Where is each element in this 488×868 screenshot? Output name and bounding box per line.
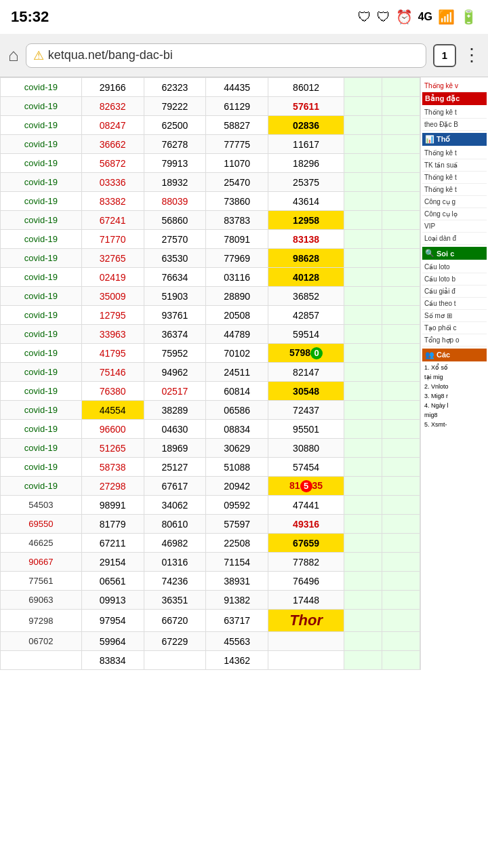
more-icon[interactable]: ⋮ (463, 45, 480, 66)
sidebar-vip[interactable]: VIP (422, 220, 487, 233)
sidebar-cong-cu-lo[interactable]: Công cụ lọ (422, 208, 487, 220)
sidebar-thong-ke-3[interactable]: Thống kê t (422, 172, 487, 184)
cell-c4: 98628 (268, 249, 344, 268)
cell-extra1 (344, 553, 382, 572)
cell-extra2 (382, 192, 420, 211)
cell-label: covid-19 (1, 458, 82, 477)
table-row: 6955081779806105759749316 (1, 515, 420, 534)
cell-c3: 45563 (206, 632, 268, 651)
table-row: 9066729154013167115477882 (1, 553, 420, 572)
sidebar-thong-ke-2[interactable]: Thống kê t (422, 147, 487, 159)
table-area: covid-1929166623234443586012covid-198263… (0, 77, 420, 670)
cell-c2: 62323 (144, 78, 206, 97)
cell-c4: 82147 (268, 363, 344, 382)
cell-c1: 33963 (81, 325, 144, 344)
cell-extra2 (382, 572, 420, 591)
sidebar-thong-ke-4[interactable]: Thống kê t (422, 184, 487, 196)
sidebar-theo-dac-b[interactable]: theo Đặc B (422, 119, 487, 131)
cell-extra2 (382, 230, 420, 249)
cell-c4: 57454 (268, 458, 344, 477)
cell-extra1 (344, 496, 382, 515)
cell-extra1 (344, 515, 382, 534)
cell-extra1 (344, 116, 382, 135)
table-row: covid-1996600046300883495501 (1, 420, 420, 439)
table-row: 97298979546672063717Thor (1, 610, 420, 632)
sidebar-bang-dac[interactable]: Bảng đặc (422, 92, 487, 105)
cell-c2: 94962 (144, 363, 206, 382)
cell-extra2 (382, 344, 420, 363)
cell-extra1 (344, 572, 382, 591)
cell-c3: 70102 (206, 344, 268, 363)
sidebar-cau-theo-t[interactable]: Cầu theo t (422, 298, 487, 310)
sidebar-tai-mig[interactable]: tại mig (422, 372, 487, 382)
cell-c1: 29154 (81, 553, 144, 572)
cell-c3: 30629 (206, 439, 268, 458)
table-row: covid-1908247625005882702836 (1, 116, 420, 135)
cell-c2: 56860 (144, 211, 206, 230)
cell-extra1 (344, 382, 382, 401)
cell-extra2 (382, 249, 420, 268)
cell-extra2 (382, 78, 420, 97)
sidebar-tao-phoi-c[interactable]: Tạo phối c (422, 322, 487, 334)
cell-c3: 09592 (206, 496, 268, 515)
table-row: covid-1936662762787777511617 (1, 135, 420, 154)
cell-c1: 67241 (81, 211, 144, 230)
table-row: covid-1951265189693062930880 (1, 439, 420, 458)
cell-label: covid-19 (1, 287, 82, 306)
sidebar-mig8-r[interactable]: 3. Mig8 r (422, 391, 487, 401)
sidebar-tong-hop-o[interactable]: Tổng hợp o (422, 334, 487, 347)
cell-c3: 11070 (206, 154, 268, 173)
url-bar[interactable]: ⚠ ketqua.net/bang-dac-bi (26, 43, 426, 68)
sidebar-tk-tan-sua[interactable]: TK tần suấ (422, 159, 487, 172)
shield2-icon: 🛡 (377, 9, 390, 25)
cell-c2: 66720 (144, 610, 206, 632)
cell-c1: 36662 (81, 135, 144, 154)
sidebar-cau-loto[interactable]: Cầu loto (422, 261, 487, 273)
sidebar-xo-so-1[interactable]: 1. Xổ số (422, 363, 487, 372)
cell-c2: 76278 (144, 135, 206, 154)
cell-c4: 17448 (268, 591, 344, 610)
battery-icon: 🔋 (460, 9, 477, 25)
sidebar-so-mo[interactable]: Số mơ ⊞ (422, 310, 487, 322)
cell-extra1 (344, 173, 382, 192)
cell-c2: 79913 (144, 154, 206, 173)
cell-extra1 (344, 78, 382, 97)
cell-c4: 83138 (268, 230, 344, 249)
sidebar-thong-ke-t[interactable]: Thống kê t (422, 106, 487, 119)
cell-c3: 51088 (206, 458, 268, 477)
tab-count[interactable]: 1 (433, 44, 456, 67)
cell-extra2 (382, 135, 420, 154)
table-row: covid-1941795759527010257980 (1, 344, 420, 363)
cell-label: covid-19 (1, 306, 82, 325)
table-row: covid-1933963363744478959514 (1, 325, 420, 344)
chart-icon: 📊 (425, 135, 434, 144)
sidebar-cau-giai-d[interactable]: Cầu giải đ (422, 285, 487, 298)
status-icons: 🛡 🛡 ⏰ 4G 📶 🔋 (358, 9, 477, 25)
cell-c3: 44789 (206, 325, 268, 344)
cell-c1: 96600 (81, 420, 144, 439)
cell-extra2 (382, 439, 420, 458)
cell-extra1 (344, 211, 382, 230)
cell-label: covid-19 (1, 401, 82, 420)
sidebar-cau-loto-b[interactable]: Cầu loto b (422, 273, 487, 285)
cell-extra2 (382, 268, 420, 287)
cell-c2: 88039 (144, 192, 206, 211)
sidebar-loai-dan-d[interactable]: Loại dàn đ (422, 233, 487, 245)
home-icon[interactable]: ⌂ (8, 45, 19, 66)
sidebar-tho: 📊 Thố (422, 133, 487, 146)
sidebar-vnloto[interactable]: 2. Vnloto (422, 382, 487, 391)
sidebar-mig8[interactable]: mig8 (422, 410, 487, 420)
sidebar-cong-cu-g[interactable]: Công cụ g (422, 196, 487, 208)
cell-c1: 51265 (81, 439, 144, 458)
sidebar-ngay-l[interactable]: 4. Ngày l (422, 401, 487, 410)
table-row: 7756106561742363893176496 (1, 572, 420, 591)
cell-c3: 61129 (206, 97, 268, 116)
cell-c1: 58738 (81, 458, 144, 477)
cell-c3: 91382 (206, 591, 268, 610)
cell-c3: 58827 (206, 116, 268, 135)
sidebar-xsmt[interactable]: 5. Xsmt- (422, 420, 487, 429)
cell-c1: 29166 (81, 78, 144, 97)
cell-c4: 30548 (268, 382, 344, 401)
cell-c2: 93761 (144, 306, 206, 325)
cell-extra2 (382, 97, 420, 116)
